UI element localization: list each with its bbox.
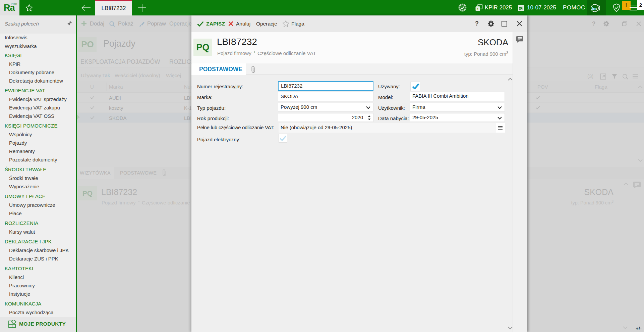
svg-text:1: 1: [477, 7, 479, 11]
svg-text:Ins: Ins: [592, 6, 597, 10]
